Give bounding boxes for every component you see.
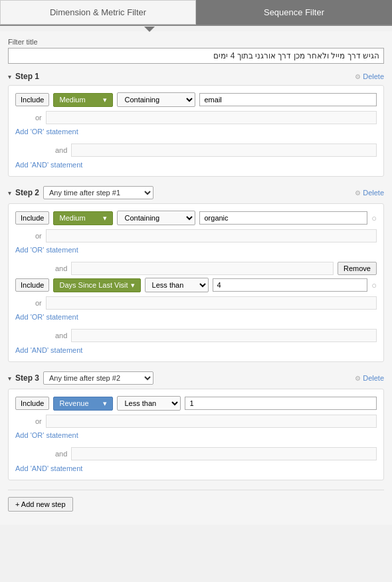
step-2-filter-row-1: Include Medium ▾ Containing Not Containi…: [15, 211, 377, 225]
step-2-label: Step 2: [15, 188, 39, 197]
step-3-delete[interactable]: ⚙ Delete: [355, 374, 384, 382]
step-2-and-condition-select[interactable]: Less than Greater than Equal to: [145, 278, 209, 292]
step-2-and-filter-row: Include Days Since Last Visit ▾ Less tha…: [15, 278, 377, 292]
step-3-label: Step 3: [15, 373, 39, 383]
step-1-delete[interactable]: ⚙ Delete: [355, 72, 384, 80]
step-2-timing-select[interactable]: Any time after step #1 Immediately follo…: [43, 186, 153, 199]
step-1-or-input[interactable]: [46, 111, 377, 124]
filter-title-section: Filter title: [8, 38, 384, 64]
filter-title-input[interactable]: [8, 48, 384, 64]
step-2-add-or[interactable]: Add 'OR' statement: [15, 246, 78, 254]
step-1-label: Step 1: [15, 72, 39, 81]
step-1-filter-row-1: Include Medium ▾ Containing Not Containi…: [15, 92, 377, 107]
step-2-and-value-input[interactable]: [213, 278, 368, 292]
step-3-and-row: and: [15, 447, 377, 460]
step-2-arrow: ▾: [8, 189, 11, 197]
step-1-header: ▾ Step 1 ⚙ Delete: [8, 72, 384, 81]
step-1-dimension-select[interactable]: Medium ▾: [53, 93, 113, 107]
step-1-include-btn[interactable]: Include: [15, 93, 49, 106]
step-2-add-and[interactable]: Add 'AND' statement: [15, 346, 82, 354]
step-1-box: Include Medium ▾ Containing Not Containi…: [8, 85, 384, 177]
step-3-add-or[interactable]: Add 'OR' statement: [15, 431, 78, 439]
step-2-box: Include Medium ▾ Containing Not Containi…: [8, 203, 384, 362]
step-3-section: ▾ Step 3 Any time after step #2 Immediat…: [8, 371, 384, 480]
step-1-and-row: and: [15, 144, 377, 157]
step-3-timing-select[interactable]: Any time after step #2 Immediately follo…: [43, 371, 153, 385]
step-2-and-remove-x[interactable]: ○: [371, 280, 377, 290]
step-2-and-dimension-select[interactable]: Days Since Last Visit ▾: [53, 278, 140, 292]
tab-sequence[interactable]: Sequence Filter: [196, 0, 392, 25]
step-2-section: ▾ Step 2 Any time after step #1 Immediat…: [8, 186, 384, 362]
step-1-or-row: or: [15, 111, 377, 124]
step-2-and-input-top[interactable]: [71, 262, 334, 275]
tab-dimension-metric[interactable]: Dimension & Metric Filter: [0, 0, 196, 25]
step-2-value-input[interactable]: [199, 211, 367, 225]
step-2-remove-btn[interactable]: Remove: [338, 262, 377, 275]
step-2-delete-icon: ⚙: [355, 189, 361, 197]
step-1-and-input[interactable]: [71, 144, 377, 157]
step-1-add-or[interactable]: Add 'OR' statement: [15, 128, 78, 136]
step-3-arrow: ▾: [8, 375, 11, 382]
add-new-step-btn[interactable]: + Add new step: [8, 497, 73, 512]
step-3-condition-select[interactable]: Less than Greater than Equal to: [117, 396, 181, 411]
step-3-or-input[interactable]: [46, 415, 377, 428]
tab-bar: Dimension & Metric Filter Sequence Filte…: [0, 0, 392, 31]
step-2-include-btn[interactable]: Include: [15, 211, 49, 225]
step-3-value-input[interactable]: [185, 397, 377, 410]
step-2-bottom-and-row: and: [15, 329, 377, 342]
step-3-include-btn[interactable]: Include: [15, 397, 49, 410]
step-1-value-input[interactable]: [199, 93, 377, 106]
step-2-and-add-or[interactable]: Add 'OR' statement: [15, 313, 78, 321]
step-2-remove-x[interactable]: ○: [371, 213, 377, 223]
step-3-delete-icon: ⚙: [355, 375, 361, 382]
step-3-or-row: or: [15, 415, 377, 428]
step-1-add-and[interactable]: Add 'AND' statement: [15, 161, 82, 169]
step-2-or-input[interactable]: [46, 229, 377, 242]
step-1-condition-select[interactable]: Containing Not Containing Exactly Matchi…: [117, 92, 195, 107]
main-content: Filter title ▾ Step 1 ⚙ Delete Include M…: [0, 31, 392, 525]
filter-title-label: Filter title: [8, 38, 384, 46]
step-2-delete[interactable]: ⚙ Delete: [355, 189, 384, 197]
step-1-arrow: ▾: [8, 73, 11, 80]
step-3-filter-row-1: Include Revenue ▾ Less than Greater than…: [15, 396, 377, 411]
step-3-header: ▾ Step 3 Any time after step #2 Immediat…: [8, 371, 384, 385]
step-2-and-include-btn[interactable]: Include: [15, 278, 49, 292]
step-1-delete-icon: ⚙: [355, 73, 361, 80]
separator: [8, 490, 384, 490]
step-2-header: ▾ Step 2 Any time after step #1 Immediat…: [8, 186, 384, 199]
step-1-section: ▾ Step 1 ⚙ Delete Include Medium ▾ Conta…: [8, 72, 384, 177]
step-2-dimension-select[interactable]: Medium ▾: [53, 211, 113, 225]
step-2-bottom-and-input[interactable]: [71, 329, 377, 342]
step-3-box: Include Revenue ▾ Less than Greater than…: [8, 389, 384, 480]
active-tab-arrow: [144, 27, 155, 32]
step-3-add-and[interactable]: Add 'AND' statement: [15, 464, 82, 472]
step-3-and-input[interactable]: [71, 447, 377, 460]
add-new-step-section: + Add new step: [8, 497, 384, 512]
step-2-and-or-input[interactable]: [46, 296, 377, 310]
step-2-condition-select[interactable]: Containing Not Containing Exactly Matchi…: [117, 211, 195, 225]
step-3-dimension-select[interactable]: Revenue ▾: [53, 397, 113, 411]
step-2-and-or-row: or: [15, 296, 377, 310]
step-2-and-separator: and Remove: [15, 262, 377, 275]
step-2-or-row: or: [15, 229, 377, 242]
